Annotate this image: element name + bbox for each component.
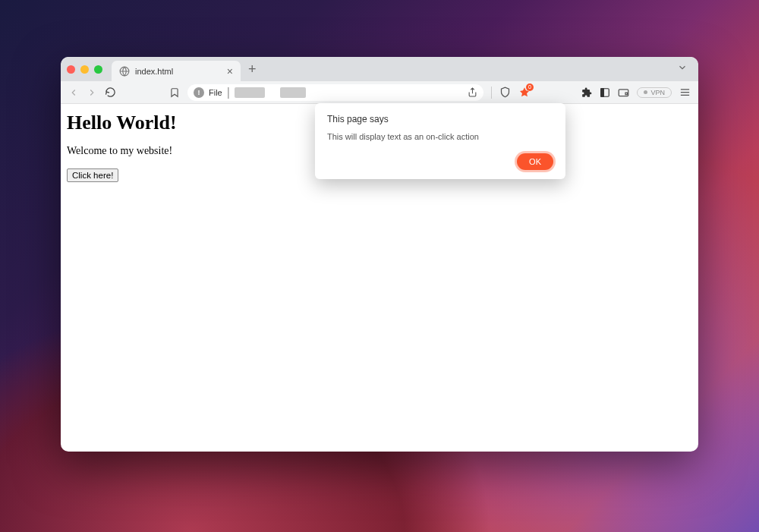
url-scheme: File: [209, 88, 222, 97]
browser-tab[interactable]: index.html ×: [112, 61, 241, 81]
globe-icon: [119, 66, 130, 77]
maximize-window-button[interactable]: [94, 65, 102, 74]
brave-rewards-icon[interactable]: 0: [518, 87, 531, 99]
toolbar: ! File | 0 VPN: [61, 81, 698, 104]
tab-bar: index.html × +: [61, 57, 698, 81]
svg-rect-3: [601, 88, 604, 96]
minimize-window-button[interactable]: [80, 65, 89, 74]
brave-badge: 0: [526, 83, 534, 91]
alert-dialog: This page says This will display text as…: [315, 103, 565, 179]
bookmark-button[interactable]: [169, 87, 180, 98]
extensions-icon[interactable]: [581, 87, 592, 98]
wallet-icon[interactable]: [618, 87, 629, 98]
vpn-status-dot: [644, 90, 647, 94]
alert-ok-button[interactable]: OK: [517, 153, 553, 170]
url-redacted: [280, 87, 306, 98]
browser-window: index.html × + ! File |: [61, 57, 698, 452]
sidebar-icon[interactable]: [600, 87, 610, 98]
new-tab-button[interactable]: +: [248, 61, 257, 77]
traffic-lights: [67, 65, 102, 74]
tab-title: index.html: [135, 67, 222, 76]
alert-title: This page says: [327, 114, 553, 124]
forward-button[interactable]: [87, 87, 97, 98]
menu-button[interactable]: [679, 87, 691, 98]
back-button[interactable]: [68, 87, 79, 98]
shield-icon[interactable]: [499, 87, 511, 98]
url-bar[interactable]: ! File |: [187, 84, 483, 101]
url-redacted: [235, 87, 265, 98]
info-icon[interactable]: !: [194, 87, 204, 98]
alert-message: This will display text as an on-click ac…: [327, 132, 553, 141]
vpn-label: VPN: [650, 89, 665, 96]
click-here-button[interactable]: Click here!: [67, 168, 118, 182]
chevron-down-icon[interactable]: [677, 62, 688, 76]
close-window-button[interactable]: [67, 65, 75, 74]
close-tab-button[interactable]: ×: [227, 65, 233, 77]
divider: [491, 87, 492, 99]
reload-button[interactable]: [105, 87, 116, 98]
vpn-button[interactable]: VPN: [637, 87, 672, 98]
share-icon[interactable]: [468, 87, 477, 97]
alert-buttons: OK: [327, 153, 553, 170]
